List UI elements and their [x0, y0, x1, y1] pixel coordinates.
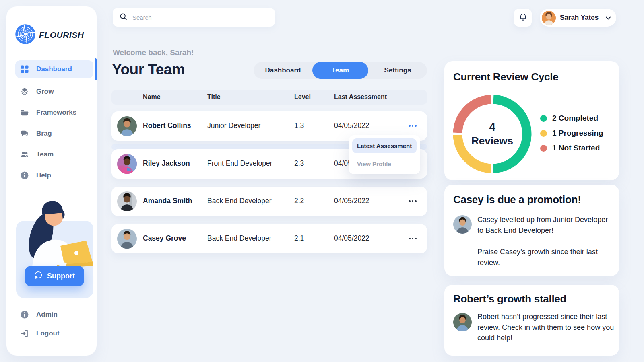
- search-input[interactable]: [132, 14, 268, 21]
- notifications-button[interactable]: [514, 9, 532, 27]
- row-actions-button[interactable]: [405, 233, 420, 244]
- card-title: Robert’s growth stalled: [453, 293, 566, 305]
- tab-settings[interactable]: Settings: [368, 62, 427, 79]
- support-illustration: [17, 201, 93, 268]
- legend-item-progressing: 1 Progressing: [540, 129, 603, 138]
- support-chat-icon: [34, 271, 43, 282]
- sidebar-nav: Dashboard Grow Frameworks: [6, 60, 97, 186]
- card-body: Casey levelled up from Junior Developer …: [477, 214, 614, 268]
- cell-last-assessment: 04/05/2022: [334, 197, 369, 205]
- legend-item-not-started: 1 Not Started: [540, 144, 603, 152]
- column-header-last-assessment: Last Assessment: [334, 93, 387, 101]
- tab-team[interactable]: Team: [312, 62, 368, 79]
- cell-level: 1.3: [294, 121, 304, 130]
- view-tabs: Dashboard Team Settings: [254, 62, 427, 79]
- column-header-level: Level: [294, 93, 311, 101]
- people-icon: [20, 150, 29, 159]
- app-logo: FLOURISH: [15, 24, 84, 46]
- sidebar-item-label: Logout: [36, 329, 60, 337]
- grid-icon: [20, 65, 29, 74]
- card-title: Current Review Cycle: [453, 71, 558, 83]
- cell-name: Casey Grove: [143, 234, 186, 243]
- row-actions-button[interactable]: [405, 120, 420, 132]
- sidebar-item-help[interactable]: Help: [6, 165, 97, 186]
- avatar: [542, 11, 556, 25]
- cell-title: Front End Developer: [207, 159, 272, 168]
- legend-item-completed: 2 Completed: [540, 114, 603, 123]
- chat-bubbles-icon: [20, 129, 29, 138]
- column-header-name: Name: [143, 93, 161, 101]
- legend-dot-yellow: [540, 130, 547, 137]
- cell-title: Back End Developer: [207, 234, 272, 243]
- logout-icon: [20, 329, 29, 338]
- table-row[interactable]: Casey Grove Back End Developer 2.1 04/05…: [111, 224, 427, 253]
- row-actions-button[interactable]: [405, 195, 420, 207]
- legend-dot-green: [540, 115, 547, 122]
- info-icon: [20, 310, 29, 319]
- card-body: Robert hasn’t progressed since their las…: [477, 311, 614, 343]
- avatar: [117, 229, 137, 249]
- cell-title: Back End Developer: [207, 197, 272, 205]
- page-title: Your Team: [112, 61, 185, 78]
- support-label: Support: [47, 272, 75, 280]
- cell-name: Amanda Smith: [143, 197, 192, 205]
- sidebar-item-label: Frameworks: [36, 109, 76, 117]
- sidebar-item-grow[interactable]: Grow: [6, 81, 97, 102]
- avatar: [117, 191, 137, 211]
- menu-item-view-profile[interactable]: View Profile: [352, 157, 417, 170]
- sidebar-item-label: Help: [36, 171, 51, 179]
- app-name: FLOURISH: [39, 30, 84, 40]
- cell-title: Junior Developer: [207, 121, 260, 130]
- info-icon: [20, 171, 29, 180]
- sidebar: FLOURISH Dashboard Grow: [6, 6, 97, 356]
- row-context-menu: Latest Assessment View Profile: [349, 135, 420, 174]
- welcome-text: Welcome back, Sarah!: [113, 48, 194, 57]
- cell-level: 2.1: [294, 234, 304, 243]
- sidebar-item-dashboard[interactable]: Dashboard: [15, 60, 93, 78]
- promotion-text-2: Praise Casey’s growth since their last r…: [477, 247, 614, 268]
- avatar: [453, 215, 472, 234]
- folder-icon: [20, 108, 29, 117]
- donut-center-label: 4 Reviews: [450, 92, 535, 176]
- card-title: Casey is due a promotion!: [453, 193, 581, 206]
- layers-icon: [20, 87, 29, 96]
- support-button[interactable]: Support: [25, 266, 84, 286]
- sidebar-item-frameworks[interactable]: Frameworks: [6, 102, 97, 123]
- active-item-accent-bar: [95, 58, 97, 80]
- search-icon: [119, 12, 128, 23]
- sidebar-footer: Admin Logout: [6, 305, 97, 343]
- avatar: [117, 154, 137, 174]
- sidebar-item-brag[interactable]: Brag: [6, 123, 97, 144]
- chart-legend: 2 Completed 1 Progressing 1 Not Started: [540, 114, 603, 152]
- sidebar-item-label: Admin: [36, 311, 58, 319]
- sidebar-item-admin[interactable]: Admin: [6, 305, 97, 324]
- review-cycle-card: Current Review Cycle 4 Reviews 2 Complet…: [444, 61, 619, 180]
- legend-dot-red: [540, 145, 547, 152]
- cell-last-assessment: 04/05/2022: [334, 121, 369, 130]
- avatar: [453, 313, 472, 331]
- tab-dashboard[interactable]: Dashboard: [254, 62, 312, 79]
- sidebar-item-logout[interactable]: Logout: [6, 324, 97, 343]
- chevron-down-icon: [606, 15, 611, 21]
- menu-item-latest-assessment[interactable]: Latest Assessment: [352, 138, 417, 153]
- table-header: Name Title Level Last Assessment: [111, 90, 427, 105]
- sidebar-item-label: Grow: [36, 88, 54, 96]
- flourish-logo-icon: [15, 24, 35, 46]
- cell-name: Robert Collins: [143, 121, 191, 130]
- reviews-label: Reviews: [471, 135, 513, 147]
- promotion-text-1: Casey levelled up from Junior Developer …: [477, 214, 614, 236]
- sidebar-item-label: Dashboard: [36, 65, 72, 73]
- table-row[interactable]: Amanda Smith Back End Developer 2.2 04/0…: [111, 187, 427, 216]
- promotion-insight-card: Casey is due a promotion! Casey levelled…: [444, 185, 619, 276]
- user-name: Sarah Yates: [560, 14, 602, 22]
- user-menu[interactable]: Sarah Yates: [540, 9, 616, 27]
- cell-level: 2.2: [294, 197, 304, 205]
- cell-level: 2.3: [294, 159, 304, 168]
- sidebar-item-team[interactable]: Team: [6, 144, 97, 165]
- cell-last-assessment: 04/05/2022: [334, 234, 369, 243]
- stalled-text: Robert hasn’t progressed since their las…: [477, 311, 614, 343]
- sidebar-item-label: Team: [36, 150, 54, 158]
- column-header-title: Title: [207, 93, 221, 101]
- sidebar-item-label: Brag: [36, 130, 52, 138]
- search-box: [113, 8, 275, 27]
